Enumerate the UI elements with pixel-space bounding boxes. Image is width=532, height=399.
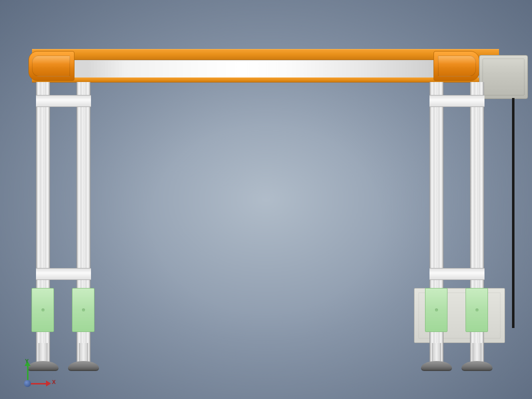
foot-pad-1 [28,361,58,371]
conveyor-top-rail [32,49,499,60]
conveyor-end-cap-right [434,51,480,81]
conveyor-end-cap-left [28,51,74,81]
foot-pad-4 [462,361,492,371]
foot-pad-3 [421,361,452,371]
right-brace-bottom [430,268,484,280]
leg-bracket-4 [466,288,488,332]
foot-stem-2 [79,343,88,363]
axis-x-label: X [52,379,56,385]
conveyor-bottom-rail [32,78,499,82]
axis-origin-icon [24,380,31,387]
left-brace-bottom [36,268,91,280]
axis-y-label: Y [25,358,28,364]
leg-bracket-2 [72,288,94,332]
leg-bracket-3 [425,288,448,332]
foot-stem-4 [472,343,482,363]
right-brace-top [430,95,484,107]
foot-stem-1 [38,343,48,363]
left-brace-top [36,95,91,107]
drive-belt-vertical [512,98,514,328]
leg-bracket-1 [32,288,54,332]
axis-x-icon [27,383,47,384]
motor-enclosure [479,55,528,99]
conveyor-belt-surface [32,60,499,78]
foot-stem-3 [432,343,441,363]
foot-pad-2 [68,361,99,371]
